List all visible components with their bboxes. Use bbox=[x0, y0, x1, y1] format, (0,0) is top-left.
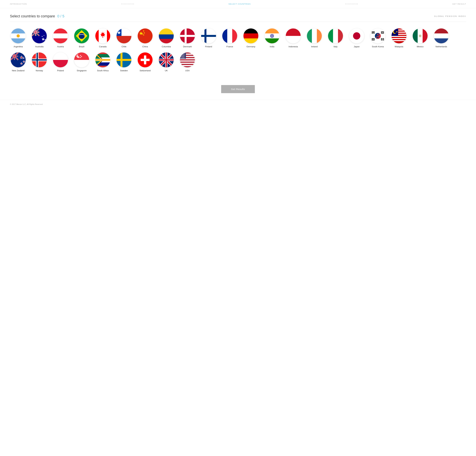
country-columbia[interactable]: Columbia bbox=[158, 28, 175, 48]
flag-switzerland bbox=[138, 53, 153, 67]
svg-rect-97 bbox=[372, 38, 375, 39]
nav-dot bbox=[357, 4, 358, 4]
country-brazil[interactable]: Brazil bbox=[73, 28, 90, 48]
page-title-text: Select countries to compare bbox=[10, 14, 55, 18]
country-switzerland[interactable]: Switzerland bbox=[137, 53, 153, 72]
nav-introduction[interactable]: INTRODUCTION bbox=[10, 3, 27, 5]
country-poland[interactable]: Poland bbox=[52, 53, 69, 72]
country-norway[interactable]: Norway bbox=[31, 53, 48, 72]
country-netherlands[interactable]: Netherlands bbox=[433, 28, 450, 48]
svg-rect-89 bbox=[372, 31, 375, 32]
nav-dot bbox=[123, 4, 123, 4]
country-name-columbia: Columbia bbox=[162, 45, 171, 48]
flag-china bbox=[138, 28, 153, 43]
svg-rect-141 bbox=[11, 56, 18, 56]
page-title: Select countries to compare 0 / 5 bbox=[10, 14, 64, 18]
country-germany[interactable]: Germany bbox=[243, 28, 259, 48]
country-malaysia[interactable]: Malaysia bbox=[391, 28, 407, 48]
svg-rect-52 bbox=[180, 35, 195, 37]
country-usa[interactable]: ★★★★★★ ★★★★★ ★★★★★★ ★★★★★ ★★★★★★ ★★★★★ ★… bbox=[179, 53, 196, 72]
country-indonesia[interactable]: Indonesia bbox=[285, 28, 301, 48]
country-india[interactable]: India bbox=[264, 28, 280, 48]
svg-rect-27 bbox=[53, 28, 68, 34]
svg-rect-168 bbox=[95, 53, 110, 54]
country-name-argentina: Argentina bbox=[14, 45, 23, 48]
svg-rect-102 bbox=[382, 38, 384, 39]
nav-introduction-label: INTRODUCTION bbox=[10, 3, 27, 5]
country-chile[interactable]: Chile bbox=[116, 28, 132, 48]
nav-dot bbox=[128, 4, 128, 4]
nav-dot bbox=[345, 4, 346, 4]
svg-rect-106 bbox=[382, 40, 384, 40]
svg-rect-55 bbox=[201, 35, 216, 37]
svg-rect-57 bbox=[227, 28, 232, 43]
country-name-malaysia: Malaysia bbox=[395, 45, 403, 48]
country-name-finland: Finland bbox=[205, 45, 212, 48]
svg-rect-174 bbox=[117, 59, 131, 61]
country-name-ireland: Ireland bbox=[311, 45, 318, 48]
country-name-australia: Australia bbox=[35, 45, 44, 48]
country-name-south-africa: South Africa bbox=[97, 69, 109, 72]
country-ireland[interactable]: Ireland bbox=[306, 28, 323, 48]
nav-dot bbox=[121, 4, 122, 4]
nav-dot bbox=[352, 4, 353, 4]
svg-rect-103 bbox=[381, 39, 382, 40]
country-name-indonesia: Indonesia bbox=[289, 45, 298, 48]
country-france[interactable]: France bbox=[221, 28, 238, 48]
svg-rect-2 bbox=[11, 38, 26, 43]
nav-dot bbox=[349, 4, 350, 4]
svg-rect-151 bbox=[53, 53, 68, 60]
svg-rect-47 bbox=[159, 28, 174, 35]
country-mexico[interactable]: Mexico bbox=[412, 28, 428, 48]
nav-select-countries[interactable]: SELECT COUNTRIES bbox=[229, 3, 251, 5]
country-canada[interactable]: Canada bbox=[94, 28, 111, 48]
country-name-netherlands: Netherlands bbox=[435, 45, 447, 48]
svg-rect-0 bbox=[11, 28, 26, 34]
nav-get-result-label: GET RESULT bbox=[452, 3, 466, 5]
country-uk[interactable]: UK bbox=[158, 53, 175, 72]
country-singapore[interactable]: Singapore bbox=[73, 53, 90, 72]
svg-rect-154 bbox=[74, 60, 89, 67]
nav-get-result[interactable]: GET RESULT bbox=[452, 3, 466, 5]
country-argentina[interactable]: Argentina bbox=[10, 28, 26, 48]
country-japan[interactable]: Japan bbox=[348, 28, 365, 48]
country-name-sweden: Sweden bbox=[120, 69, 128, 72]
svg-point-84 bbox=[353, 32, 360, 40]
country-new-zealand[interactable]: New Zealand bbox=[10, 53, 26, 72]
flag-norway bbox=[32, 53, 47, 67]
country-italy[interactable]: Italy bbox=[327, 28, 344, 48]
country-name-austria: Austria bbox=[57, 45, 64, 48]
svg-rect-48 bbox=[159, 35, 174, 39]
svg-rect-79 bbox=[317, 28, 322, 43]
country-name-china: China bbox=[142, 45, 148, 48]
svg-rect-191 bbox=[180, 59, 195, 60]
flag-singapore bbox=[74, 53, 89, 67]
country-sweden[interactable]: Sweden bbox=[116, 53, 132, 72]
get-results-section: Get Results bbox=[0, 79, 476, 100]
svg-rect-49 bbox=[159, 39, 174, 43]
page-header: Select countries to compare 0 / 5 GLOBAL… bbox=[0, 8, 476, 22]
country-china[interactable]: China bbox=[137, 28, 153, 48]
nav-bar: INTRODUCTION SELECT COUNTRIES GET RESULT bbox=[0, 0, 476, 8]
country-austria[interactable]: Austria bbox=[52, 28, 69, 48]
country-south-africa[interactable]: South Africa bbox=[94, 53, 111, 72]
get-results-button[interactable]: Get Results bbox=[221, 85, 255, 93]
svg-rect-96 bbox=[381, 33, 384, 34]
svg-rect-194 bbox=[180, 66, 195, 67]
flag-italy bbox=[328, 28, 343, 43]
flag-malaysia bbox=[391, 28, 406, 43]
svg-rect-188 bbox=[180, 53, 195, 54]
svg-rect-28 bbox=[53, 34, 68, 38]
svg-rect-193 bbox=[180, 64, 195, 65]
svg-rect-186 bbox=[159, 59, 174, 61]
country-australia[interactable]: Australia bbox=[31, 28, 48, 48]
svg-rect-150 bbox=[32, 59, 47, 61]
nav-dot bbox=[347, 4, 347, 4]
country-name-germany: Germany bbox=[246, 45, 255, 48]
svg-point-32 bbox=[79, 33, 85, 39]
svg-rect-177 bbox=[141, 59, 150, 61]
svg-point-25 bbox=[42, 36, 43, 37]
country-denmark[interactable]: Denmark bbox=[179, 28, 196, 48]
country-finland[interactable]: Finland bbox=[200, 28, 217, 48]
country-south-korea[interactable]: South Korea bbox=[370, 28, 386, 48]
